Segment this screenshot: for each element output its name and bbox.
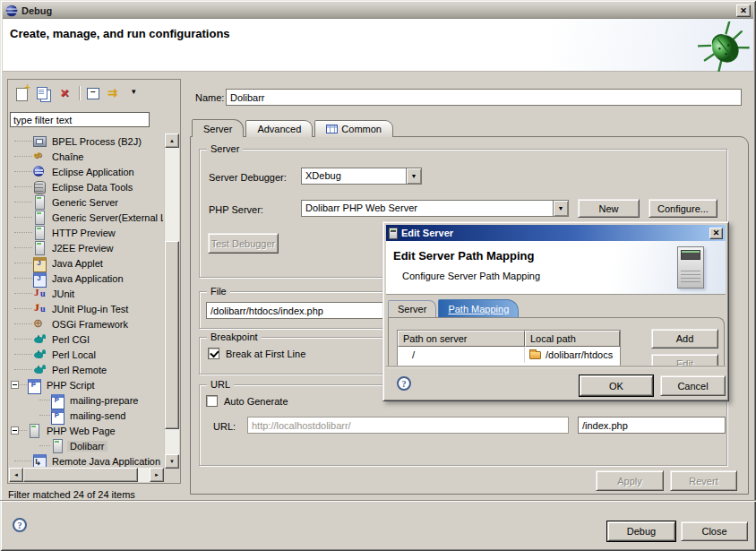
auto-generate-label: Auto Generate (224, 396, 288, 407)
tree-item[interactable]: mailing-send (9, 408, 163, 423)
tree-item-label: JUnit (49, 288, 77, 299)
tree-item[interactable]: Perl CGI (9, 331, 163, 347)
tree-item[interactable]: Generic Server (9, 194, 163, 210)
window-title: Debug (21, 5, 52, 16)
filter-input[interactable] (10, 112, 150, 127)
dialog-tab-path-mapping[interactable]: Path Mapping (438, 299, 519, 317)
tree-item[interactable]: Perl Remote (9, 362, 163, 377)
test-debugger-button[interactable]: Test Debugger (208, 233, 279, 254)
duplicate-configuration-icon[interactable] (36, 85, 52, 101)
tree-item[interactable]: JUnit (9, 286, 163, 301)
toolbar-separator (79, 86, 80, 100)
local-path-cell: /dolibarr/htdocs (525, 347, 620, 363)
tree-item[interactable]: BPEL Process (B2J) (9, 133, 163, 149)
php-server-value: Dolibarr PHP Web Server (302, 201, 553, 216)
tree-item[interactable]: Dolibarr (9, 438, 163, 453)
server-debugger-select[interactable]: XDebug (301, 168, 422, 185)
vertical-scroll-thumb[interactable] (165, 241, 179, 429)
column-path-on-server[interactable]: Path on server (398, 331, 525, 347)
tree-item[interactable]: mailing-prepare (9, 392, 163, 408)
name-input[interactable] (226, 89, 742, 106)
collapse-all-icon[interactable] (85, 85, 101, 101)
filter-status-text: Filter matched 24 of 24 items (8, 489, 135, 500)
tree-item[interactable]: PHP Script (9, 377, 163, 392)
window-close-button[interactable] (736, 4, 751, 17)
add-mapping-button[interactable]: Add (651, 329, 718, 349)
tree-item[interactable]: PHP Web Page (9, 423, 163, 438)
new-server-button[interactable]: New (578, 199, 640, 218)
expander-minus-icon[interactable] (11, 381, 19, 389)
scroll-down-icon[interactable]: ▼ (165, 454, 179, 469)
eclipse-logo-icon (5, 4, 18, 17)
help-icon[interactable]: ? (13, 518, 27, 532)
tree-connector (14, 339, 32, 340)
tree-connector (14, 293, 32, 294)
tree-item[interactable]: OSGi Framework (9, 316, 163, 331)
chevron-down-icon[interactable] (406, 168, 421, 184)
mapping-table-row[interactable]: / /dolibarr/htdocs (398, 347, 620, 363)
tree-item[interactable]: Generic Server(External La (9, 210, 163, 225)
tree-item-label: Generic Server (49, 197, 121, 208)
tree-item[interactable]: Java Applet (9, 255, 163, 271)
toolbar-menu-chevron-icon[interactable] (128, 85, 144, 101)
tree-item-label: mailing-send (67, 410, 128, 421)
tree-item-label: JUnit Plug-in Test (49, 304, 131, 314)
new-configuration-icon[interactable] (14, 85, 30, 101)
tree-item[interactable]: Remote Java Application (9, 453, 163, 467)
cancel-button[interactable]: Cancel (660, 375, 726, 396)
tab-common[interactable]: Common (314, 120, 393, 137)
ok-button[interactable]: OK (580, 375, 653, 396)
chevron-down-icon[interactable] (553, 201, 568, 216)
tree-item-label: BPEL Process (B2J) (49, 136, 144, 147)
break-first-line-checkbox[interactable] (208, 348, 219, 359)
expander-minus-icon[interactable] (11, 426, 19, 435)
name-label: Name: (195, 92, 224, 103)
url-path-input[interactable] (578, 417, 726, 434)
server-icon (32, 226, 47, 239)
scroll-right-icon[interactable]: ► (150, 468, 164, 482)
config-tree[interactable]: BPEL Process (B2J) Chaîne Eclipse Applic… (9, 133, 163, 467)
php-server-select[interactable]: Dolibarr PHP Web Server (301, 200, 569, 217)
tree-item[interactable]: Eclipse Data Tools (9, 179, 163, 194)
configure-server-button[interactable]: Configure... (649, 199, 717, 218)
tab-advanced[interactable]: Advanced (245, 120, 313, 137)
edit-server-close-button[interactable] (709, 228, 723, 239)
server-icon (50, 439, 65, 452)
apply-button[interactable]: Apply (596, 470, 664, 491)
scroll-up-icon[interactable]: ▲ (165, 133, 179, 148)
horizontal-scroll-thumb[interactable] (23, 468, 138, 482)
tree-item[interactable]: Eclipse Application (9, 164, 163, 179)
column-local-path[interactable]: Local path (525, 331, 620, 347)
tree-item[interactable]: Perl Local (9, 347, 163, 362)
auto-generate-checkbox[interactable] (206, 395, 218, 407)
url-label: URL: (213, 421, 236, 432)
delete-configuration-icon[interactable] (57, 85, 73, 101)
window-titlebar[interactable]: Debug (3, 3, 753, 19)
tree-connector (39, 445, 50, 446)
debug-button[interactable]: Debug (607, 521, 675, 541)
close-button[interactable]: Close (681, 521, 748, 541)
tree-item[interactable]: JUnit Plug-in Test (9, 301, 163, 316)
tree-item[interactable]: Java Application (9, 271, 163, 286)
tree-item[interactable]: HTTP Preview (9, 225, 163, 240)
base-url-input[interactable] (247, 417, 569, 434)
dialog-tab-server[interactable]: Server (388, 300, 436, 317)
tree-horizontal-scrollbar[interactable]: ◄ ► (9, 468, 164, 482)
junit-icon (32, 287, 47, 300)
tab-server[interactable]: Server (192, 119, 244, 137)
edit-mapping-button[interactable]: Edit (651, 354, 718, 367)
dialog-help-icon[interactable]: ? (397, 376, 411, 391)
tree-item-label: Java Applet (49, 258, 106, 269)
scroll-left-icon[interactable]: ◄ (9, 468, 23, 482)
server-group-title: Server (207, 143, 243, 154)
filter-launch-configs-icon[interactable] (107, 85, 123, 101)
tree-item[interactable]: Chaîne (9, 149, 163, 164)
break-first-line-label: Break at First Line (226, 349, 305, 359)
footer-separator (0, 500, 756, 502)
tree-item[interactable]: J2EE Preview (9, 240, 163, 255)
revert-button[interactable]: Revert (670, 470, 737, 491)
edit-server-titlebar[interactable]: Edit Server (386, 225, 726, 241)
path-mapping-table[interactable]: Path on server Local path / /dolibarr/ht… (397, 330, 621, 367)
tree-vertical-scrollbar[interactable]: ▲ ▼ (164, 133, 179, 469)
database-icon (32, 180, 47, 194)
